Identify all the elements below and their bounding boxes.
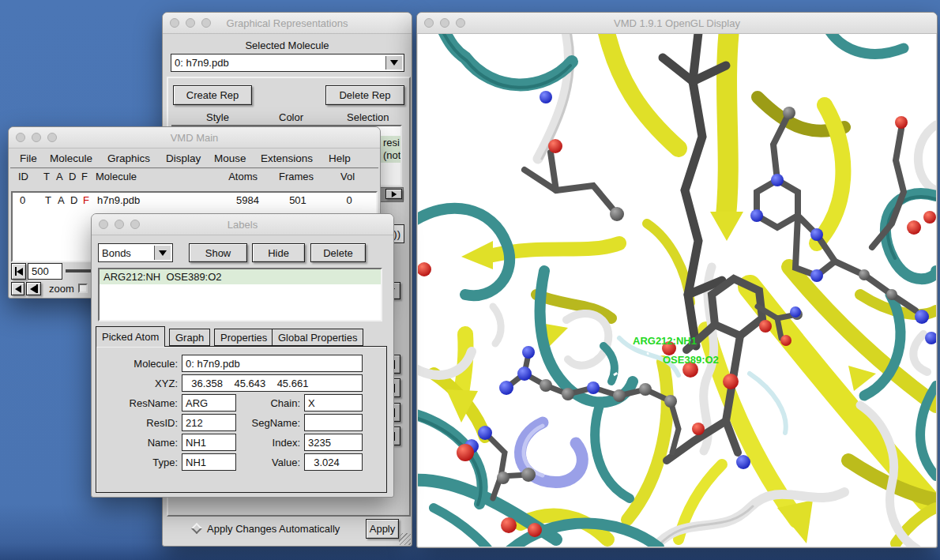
- menu-molecule[interactable]: Molecule: [50, 152, 92, 164]
- value-field-value: 3.024: [308, 457, 340, 468]
- scrollbar-right-arrow-icon[interactable]: [385, 189, 402, 199]
- jump-to-start-button[interactable]: [11, 263, 26, 280]
- col-id: ID: [18, 171, 28, 182]
- frame-number-value: 500: [32, 265, 49, 277]
- label-listbox[interactable]: ARG212:NH OSE389:O2: [98, 268, 382, 321]
- menu-file[interactable]: File: [20, 152, 37, 164]
- labels-titlebar[interactable]: Labels: [92, 214, 393, 235]
- window-title: VMD 1.9.1 OpenGL Display: [417, 17, 937, 29]
- name-field-value: NH1: [186, 437, 206, 449]
- col-vol: Vol: [333, 171, 362, 182]
- opengl-display-window: VMD 1.9.1 OpenGL Display: [416, 12, 938, 548]
- label-list-selected-item[interactable]: ARG212:NH OSE389:O2: [100, 269, 381, 284]
- play-backward-button[interactable]: [11, 282, 24, 295]
- menu-graphics[interactable]: Graphics: [107, 152, 150, 164]
- tab-picked-atom[interactable]: Picked Atom: [96, 326, 165, 347]
- row-a[interactable]: A: [58, 194, 65, 206]
- row-vol: 0: [335, 194, 363, 206]
- row-atoms: 5984: [212, 194, 259, 206]
- create-rep-button[interactable]: Create Rep: [173, 85, 252, 105]
- col-t: T: [43, 171, 50, 182]
- atom-label-ose389-o2: OSE389:O2: [663, 354, 719, 366]
- window-title: VMD Main: [9, 132, 380, 144]
- molecule-table-header: ID T A D F Molecule Atoms Frames Vol: [9, 171, 380, 190]
- frame-number-input[interactable]: 500: [28, 263, 62, 280]
- segname-field[interactable]: [304, 414, 363, 431]
- row-id: 0: [20, 194, 25, 206]
- tab-graph[interactable]: Graph: [169, 329, 210, 346]
- row-d[interactable]: D: [70, 194, 77, 206]
- apply-button[interactable]: Apply: [366, 519, 399, 539]
- resname-field-value: ARG: [186, 397, 208, 409]
- tab-properties[interactable]: Properties: [214, 329, 273, 346]
- value-field[interactable]: 3.024: [304, 453, 363, 471]
- chain-field[interactable]: X: [304, 394, 363, 412]
- xyz-field[interactable]: 36.358 45.643 45.661: [182, 374, 363, 392]
- opengl-titlebar[interactable]: VMD 1.9.1 OpenGL Display: [417, 13, 937, 34]
- chevron-down-icon[interactable]: [385, 56, 402, 70]
- col-f: F: [81, 171, 88, 182]
- type-field-label: Type:: [96, 457, 178, 468]
- resize-grip[interactable]: [399, 533, 411, 545]
- selected-molecule-dropdown[interactable]: 0: h7n9.pdb: [171, 54, 404, 72]
- molecule-field-label: Molecule:: [96, 358, 178, 370]
- selected-molecule-value: 0: h7n9.pdb: [175, 57, 229, 69]
- show-button[interactable]: Show: [189, 243, 247, 262]
- desktop: Graphical Representations Selected Molec…: [0, 0, 940, 560]
- atom-label-arg212-nh1: ARG212:NH1: [633, 335, 697, 347]
- apply-auto-label: Apply Changes Automatically: [207, 523, 340, 535]
- value-field-label: Value:: [219, 457, 300, 468]
- label-category-dropdown[interactable]: Bonds: [98, 243, 173, 262]
- menu-bar: File Molecule Graphics Display Mouse Ext…: [10, 148, 378, 169]
- color-column-header: Color: [279, 111, 303, 123]
- window-title: Graphical Representations: [163, 17, 412, 29]
- delete-button[interactable]: Delete: [310, 243, 366, 262]
- col-d: D: [69, 171, 76, 182]
- menu-mouse[interactable]: Mouse: [214, 152, 246, 164]
- row-t[interactable]: T: [45, 194, 51, 206]
- index-field-label: Index:: [219, 437, 300, 449]
- selected-molecule-label: Selected Molecule: [163, 39, 412, 51]
- segname-field-label: SegName:: [219, 417, 300, 429]
- molecule-render: [418, 34, 936, 547]
- xyz-field-value: 36.358 45.643 45.661: [186, 378, 308, 389]
- menu-extensions[interactable]: Extensions: [261, 152, 313, 164]
- step-backward-button[interactable]: [26, 282, 41, 295]
- resid-field-value: 212: [186, 417, 203, 429]
- selection-column-header: Selection: [347, 111, 389, 123]
- hide-button[interactable]: Hide: [252, 243, 305, 262]
- labels-window: Labels Bonds Show Hide Delete ARG212:NH …: [91, 213, 394, 498]
- molecule-viewport[interactable]: ARG212:NH1 OSE389:O2: [418, 34, 936, 547]
- row-f[interactable]: F: [83, 194, 89, 206]
- name-field-label: Name:: [96, 437, 178, 449]
- picked-atom-panel: Molecule: 0: h7n9.pdb XYZ: 36.358 45.643…: [96, 346, 387, 493]
- row-frames: 501: [275, 194, 321, 206]
- zoom-toggle-label: zoom: [49, 283, 74, 295]
- chain-field-value: X: [308, 397, 315, 409]
- chevron-down-icon[interactable]: [154, 246, 171, 260]
- menu-display[interactable]: Display: [166, 152, 201, 164]
- row-molecule: h7n9.pdb: [97, 194, 140, 206]
- hydrogen-bond-dashes: [614, 353, 649, 375]
- style-column-header: Style: [206, 111, 229, 123]
- tab-global-properties[interactable]: Global Properties: [272, 329, 363, 346]
- resid-field-label: ResID:: [96, 417, 178, 429]
- molecule-field[interactable]: 0: h7n9.pdb: [182, 355, 363, 372]
- col-a: A: [56, 171, 63, 182]
- label-category-value: Bonds: [102, 247, 131, 259]
- molecule-row[interactable]: 0 T A D F h7n9.pdb 5984 501 0: [13, 194, 376, 210]
- chain-field-label: Chain:: [219, 397, 300, 409]
- graphical-representations-titlebar[interactable]: Graphical Representations: [163, 13, 412, 34]
- zoom-checkbox[interactable]: [78, 284, 88, 293]
- vmd-main-titlebar[interactable]: VMD Main: [9, 127, 380, 148]
- apply-auto-diamond-toggle[interactable]: [191, 523, 202, 534]
- menu-help[interactable]: Help: [329, 152, 351, 164]
- col-atoms: Atoms: [210, 171, 258, 182]
- molecule-field-value: 0: h7n9.pdb: [186, 358, 240, 370]
- rep-fragment-line2: (not: [383, 149, 400, 161]
- delete-rep-button[interactable]: Delete Rep: [325, 85, 404, 105]
- type-field-value: NH1: [186, 457, 206, 468]
- col-molecule: Molecule: [96, 171, 137, 182]
- index-field[interactable]: 3235: [304, 434, 363, 451]
- rep-fragment-line1: resi: [383, 137, 400, 148]
